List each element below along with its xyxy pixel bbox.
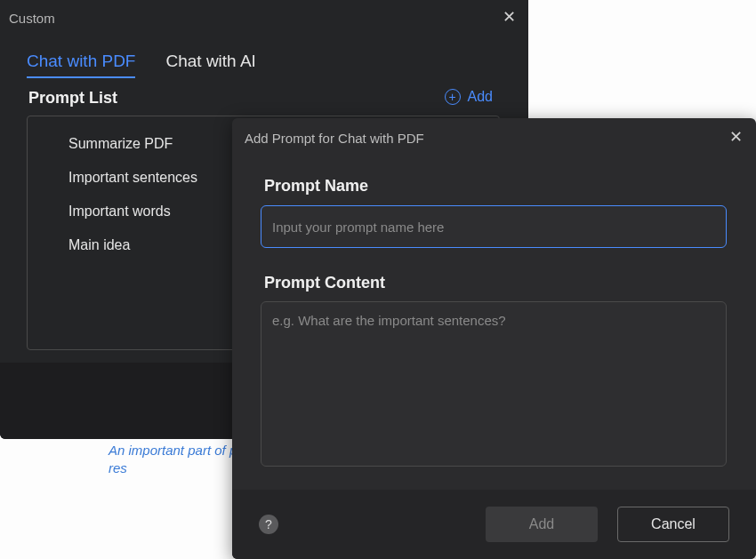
add-prompt-button[interactable]: + Add bbox=[445, 89, 493, 105]
cancel-button[interactable]: Cancel bbox=[617, 507, 729, 542]
add-prompt-dialog: Add Prompt for Chat with PDF ✕ Prompt Na… bbox=[232, 118, 756, 559]
dialog-title: Add Prompt for Chat with PDF bbox=[245, 131, 424, 146]
tab-chat-with-ai[interactable]: Chat with AI bbox=[165, 52, 255, 78]
plus-circle-icon: + bbox=[445, 89, 461, 105]
help-icon[interactable]: ? bbox=[259, 515, 278, 534]
tab-bar: Chat with PDF Chat with AI bbox=[27, 52, 256, 78]
prompt-name-label: Prompt Name bbox=[264, 177, 368, 196]
add-button[interactable]: Add bbox=[486, 507, 598, 542]
tab-chat-with-pdf[interactable]: Chat with PDF bbox=[27, 52, 135, 78]
close-icon[interactable]: ✕ bbox=[726, 127, 745, 147]
dialog-footer: ? Add Cancel bbox=[232, 490, 756, 559]
prompt-list-heading: Prompt List bbox=[28, 89, 117, 108]
panel-title: Custom bbox=[9, 11, 55, 26]
prompt-content-input[interactable] bbox=[261, 301, 727, 467]
close-icon[interactable]: ✕ bbox=[500, 9, 518, 27]
prompt-content-label: Prompt Content bbox=[264, 274, 385, 292]
add-prompt-label: Add bbox=[468, 89, 493, 105]
prompt-name-input[interactable] bbox=[261, 205, 727, 248]
